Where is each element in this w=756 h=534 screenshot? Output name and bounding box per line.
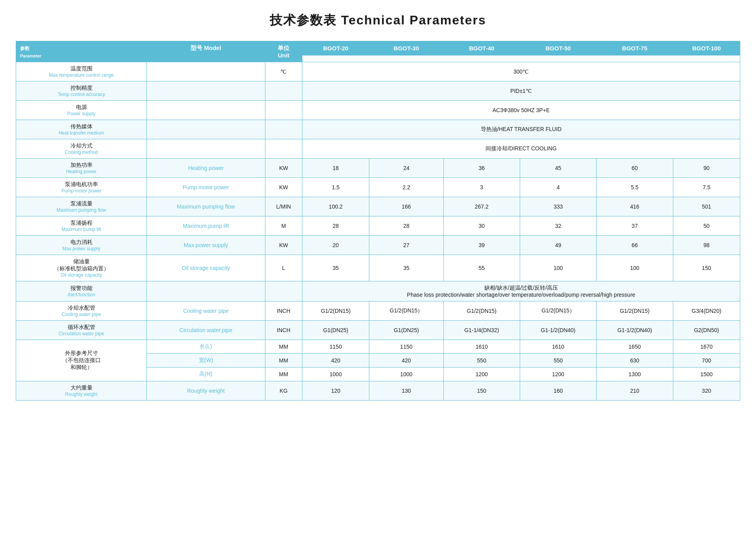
value-cell-4: 100 xyxy=(597,255,673,281)
header-param-en: Parameter xyxy=(20,54,41,58)
value-cell-3: 45 xyxy=(520,159,596,178)
value-cell-2: 3 xyxy=(443,178,520,197)
value-cell-0: 120 xyxy=(302,381,369,401)
param-cell: 冷却水配管Cooling water pipe xyxy=(16,301,147,321)
unit-cell: INCH xyxy=(265,321,302,340)
value-cell-0: 1150 xyxy=(302,340,369,354)
header-unit: 单位 Unit xyxy=(265,41,302,62)
unit-cell: MM xyxy=(265,368,302,381)
unit-cell: KG xyxy=(265,381,302,401)
value-cell-3: 333 xyxy=(520,197,596,216)
value-cell-0: 1000 xyxy=(302,368,369,381)
value-cell-1: 1000 xyxy=(369,368,443,381)
param-cell: 电源Power supply xyxy=(16,101,147,120)
unit-cell: M xyxy=(265,216,302,236)
value-cell-4: 37 xyxy=(597,216,673,236)
table-row: 泵浦扬程Maximum pump liftMaximum pump liftM2… xyxy=(16,216,740,236)
value-cell-3: 32 xyxy=(520,216,596,236)
param-cell: 储油量 （标准机型油箱内置）Oil storage capacity xyxy=(16,255,147,281)
header-unit-en: Unit xyxy=(278,52,289,59)
value-cell-3: 1610 xyxy=(520,340,596,354)
unit-cell xyxy=(265,139,302,159)
value-cell-2: 150 xyxy=(443,381,520,401)
value-cell-1: 28 xyxy=(369,216,443,236)
value-cell-2: 30 xyxy=(443,216,520,236)
table-row: 控制精度Temp control accuracyPID±1℃ xyxy=(16,81,740,101)
unit-cell xyxy=(265,101,302,120)
value-cell-1: 35 xyxy=(369,255,443,281)
value-cell-0: 420 xyxy=(302,354,369,368)
value-cell-4: 5.5 xyxy=(597,178,673,197)
value-cell-4: G1/2(DN15) xyxy=(597,301,673,321)
param-cell: 控制精度Temp control accuracy xyxy=(16,81,147,101)
value-cell-4: 630 xyxy=(597,354,673,368)
table-row: 加热功率Heating powerHeating powerKW18243645… xyxy=(16,159,740,178)
header-bgot75: BGOT-75 xyxy=(597,41,673,55)
model-desc-cell: Heating power xyxy=(147,159,265,178)
value-cell-4: 210 xyxy=(597,381,673,401)
unit-cell xyxy=(265,281,302,301)
value-cell-3: 160 xyxy=(520,381,596,401)
span-value-cell: 300℃ xyxy=(302,62,740,81)
span-value-cell: PID±1℃ xyxy=(302,81,740,101)
value-cell-3: G1-1/2(DN40) xyxy=(520,321,596,340)
value-cell-5: 1670 xyxy=(673,340,740,354)
table-row: 泵浦电机功率Pump motor powerPump motor powerKW… xyxy=(16,178,740,197)
value-cell-5: 320 xyxy=(673,381,740,401)
header-model-desc xyxy=(147,55,265,62)
value-cell-0: 35 xyxy=(302,255,369,281)
value-cell-4: 416 xyxy=(597,197,673,216)
model-desc-cell: Maximum pump lift xyxy=(147,216,265,236)
model-desc-cell: Roughly weight xyxy=(147,381,265,401)
value-cell-3: G1/2(DN15） xyxy=(520,301,596,321)
unit-cell: INCH xyxy=(265,301,302,321)
sub-dimension-label: 宽(W) xyxy=(147,354,265,368)
value-cell-0: G1(DN25) xyxy=(302,321,369,340)
header-unit-zh: 单位 xyxy=(278,44,289,51)
param-cell: 大约重量Roughly weight xyxy=(16,381,147,401)
value-cell-3: 1200 xyxy=(520,368,596,381)
value-cell-5: 50 xyxy=(673,216,740,236)
span-value-cell: 间接冷却/DIRECT COOLING xyxy=(302,139,740,159)
model-desc-cell xyxy=(147,139,265,159)
param-cell: 传热媒体Heat transfer medium xyxy=(16,120,147,139)
span-value-cell: AC3Φ380v 50HZ 3P+E xyxy=(302,101,740,120)
header-bgot20: BGOT-20 xyxy=(302,41,369,55)
model-desc-cell xyxy=(147,281,265,301)
model-desc-cell: Max power supply xyxy=(147,236,265,255)
unit-cell: ℃ xyxy=(265,62,302,81)
param-cell: 冷却方式Cooling method xyxy=(16,139,147,159)
value-cell-0: 1.5 xyxy=(302,178,369,197)
value-cell-1: 27 xyxy=(369,236,443,255)
value-cell-1: 166 xyxy=(369,197,443,216)
sub-dimension-label: 高(H) xyxy=(147,368,265,381)
value-cell-5: 700 xyxy=(673,354,740,368)
table-body: 温度范围Max temperature control range℃300℃控制… xyxy=(16,62,740,401)
header-bgot30: BGOT-30 xyxy=(369,41,443,55)
span-value-cell: 缺相/缺水/超温/过载/反转/高压 Phase loss protection/… xyxy=(302,281,740,301)
value-cell-4: 60 xyxy=(597,159,673,178)
value-cell-2: G1/2(DN15) xyxy=(443,301,520,321)
param-cell: 泵浦电机功率Pump motor power xyxy=(16,178,147,197)
value-cell-0: 28 xyxy=(302,216,369,236)
model-desc-cell: Pump motor power xyxy=(147,178,265,197)
value-cell-5: G3/4(DN20) xyxy=(673,301,740,321)
header-param-zh: 参数 xyxy=(20,46,30,51)
param-cell: 循环水配管Circulation water pipe xyxy=(16,321,147,340)
value-cell-5: 501 xyxy=(673,197,740,216)
header-bgot100: BGOT-100 xyxy=(673,41,740,55)
unit-cell: KW xyxy=(265,178,302,197)
table-row: 电源Power supplyAC3Φ380v 50HZ 3P+E xyxy=(16,101,740,120)
value-cell-2: 550 xyxy=(443,354,520,368)
model-desc-cell: Maximum pumping flow xyxy=(147,197,265,216)
model-desc-cell xyxy=(147,81,265,101)
header-bgot50: BGOT-50 xyxy=(520,41,596,55)
model-desc-cell: Cooling water pipe xyxy=(147,301,265,321)
table-row: 冷却方式Cooling method间接冷却/DIRECT COOLING xyxy=(16,139,740,159)
model-desc-cell xyxy=(147,62,265,81)
table-row: 电力消耗Max power supplyMax power supplyKW20… xyxy=(16,236,740,255)
value-cell-1: G1(DN25) xyxy=(369,321,443,340)
value-cell-4: G1-1/2(DN40) xyxy=(597,321,673,340)
unit-cell: MM xyxy=(265,340,302,354)
value-cell-5: 98 xyxy=(673,236,740,255)
